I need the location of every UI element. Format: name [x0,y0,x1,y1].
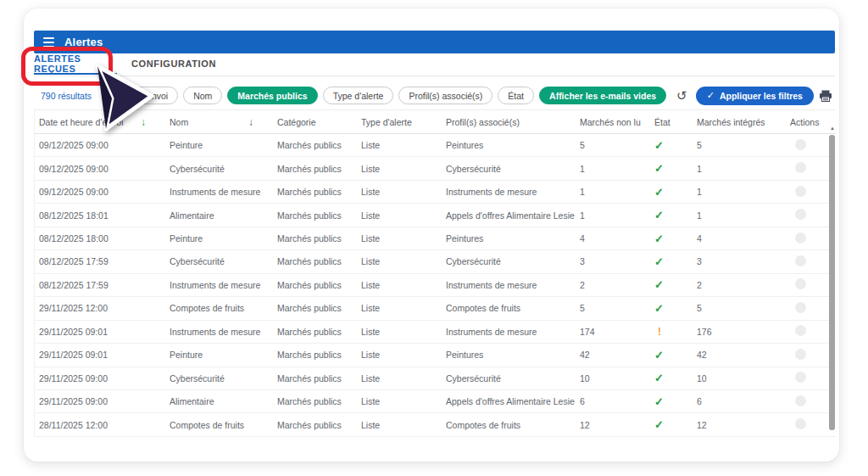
view-eye-icon[interactable] [795,209,806,220]
view-eye-icon[interactable] [795,418,806,429]
table-row: 29/11/2025 09:00AlimentaireMarchés publi… [34,390,836,413]
cell-profils: Instruments de mesure [441,187,575,197]
tab-alertes-recues[interactable]: ALERTES REÇUES [34,53,117,75]
cell-profils: Peintures [441,350,575,360]
cell-type: Liste [356,396,441,406]
filter-chip-afficher-les-e-mails-vides[interactable]: Afficher les e-mails vides [539,87,666,104]
scrollbar[interactable]: ▲ [829,126,836,438]
status-check-icon: ✓ [654,349,664,361]
status-check-icon: ✓ [654,418,664,431]
cell-date: 08/12/2025 17:59 [34,280,164,290]
cell-non_lu: 5 [575,303,649,313]
cell-non_lu: 42 [575,350,649,360]
cell-status: ✓ [649,418,692,431]
cell-actions [785,186,836,199]
table-row: 28/11/2025 12:00Compotes de fruitsMarché… [34,413,836,436]
cell-date: 09/12/2025 09:00 [34,140,164,150]
app-header: Alertes [34,31,835,53]
cell-profils: Compotes de fruits [441,420,575,430]
menu-icon[interactable] [43,37,54,48]
cell-nom: Cybersécurité [164,164,272,174]
cell-profils: Compotes de fruits [441,303,575,313]
view-eye-icon[interactable] [795,255,806,266]
view-eye-icon[interactable] [795,278,806,289]
sort-arrow-down-icon[interactable]: ↓ [248,116,253,128]
table-row: 29/11/2025 09:00CybersécuritéMarchés pub… [34,367,836,390]
view-eye-icon[interactable] [795,139,806,150]
filter-chip-nom[interactable]: Nom [183,87,222,104]
cell-actions [785,139,836,152]
apply-filters-button[interactable]: ✓ Appliquer les filtres [696,87,814,105]
cell-actions [785,302,836,315]
active-tab-underline [34,73,117,75]
cell-type: Liste [356,280,441,290]
table-header-row: Date et heure d'envoi↓Nom↓CatégorieType … [34,110,836,134]
view-eye-icon[interactable] [795,349,806,360]
column-label: Nom [170,117,188,127]
view-eye-icon[interactable] [795,372,806,383]
cell-integres: 176 [692,327,785,337]
cell-nom: Instruments de mesure [164,327,272,337]
cell-integres: 10 [692,373,785,384]
tab-configuration[interactable]: CONFIGURATION [124,53,224,75]
scrollbar-thumb[interactable] [829,135,835,430]
cell-actions [785,209,836,221]
filter-chip-marches-publics[interactable]: Marchés publics [227,87,317,104]
results-count: 790 résultats [41,91,92,101]
cell-actions [785,349,836,361]
cell-nom: Compotes de fruits [164,303,272,313]
cell-date: 29/11/2025 12:00 [34,303,164,313]
filter-chip-date-d-envoi[interactable]: Date d'envoi [108,87,178,104]
cell-integres: 4 [692,233,785,244]
view-eye-icon[interactable] [795,325,806,336]
cell-non_lu: 6 [575,396,649,406]
cell-status: ✓ [649,209,692,221]
cell-profils: Appels d'offres Alimentaire Lesieur [441,210,575,221]
cell-date: 29/11/2025 09:01 [34,350,164,360]
cell-type: Liste [356,187,441,197]
column-header-marches-non-lu: Marchés non lu [575,117,649,127]
cell-nom: Cybersécurité [164,256,272,266]
view-eye-icon[interactable] [795,395,806,406]
view-eye-icon[interactable] [795,232,806,244]
cell-non_lu: 10 [575,373,649,384]
table-row: 09/12/2025 09:00CybersécuritéMarchés pub… [34,157,836,180]
table-row: 29/11/2025 12:00Compotes de fruitsMarché… [34,297,836,320]
sort-arrow-down-icon[interactable]: ↓ [141,116,146,128]
cell-integres: 5 [692,140,785,150]
column-header-categorie: Catégorie [272,117,356,127]
table-row: 08/12/2025 17:59CybersécuritéMarchés pub… [34,250,836,273]
table-body: 09/12/2025 09:00PeintureMarchés publicsL… [34,134,836,437]
view-eye-icon[interactable] [795,186,806,197]
cell-type: Liste [356,210,441,221]
column-header-nom[interactable]: Nom↓ [164,116,272,128]
scrollbar-up-arrow[interactable]: ▲ [829,126,836,131]
column-label: État [654,117,670,127]
table-row: 08/12/2025 18:00PeintureMarchés publicsL… [34,227,836,250]
column-header-date-et-heure-d-envoi[interactable]: Date et heure d'envoi↓ [34,116,164,128]
column-header-type-d-alerte: Type d'alerte [356,117,441,127]
status-check-icon: ✓ [654,162,664,175]
filter-chip-profil-s-associe-s[interactable]: Profil(s) associé(s) [398,87,492,104]
filter-chip-type-d-alerte[interactable]: Type d'alerte [323,87,394,104]
refresh-icon[interactable]: ↺ [676,89,687,102]
cell-categorie: Marchés publics [272,140,356,150]
cell-integres: 42 [692,350,785,360]
column-header-etat: État [649,117,692,127]
status-check-icon: ✓ [654,209,664,221]
filter-chip-etat[interactable]: État [498,87,534,104]
cell-non_lu: 1 [575,187,649,197]
cell-non_lu: 174 [575,327,649,337]
cell-date: 08/12/2025 18:01 [34,210,164,221]
printer-icon[interactable] [819,90,832,102]
cell-categorie: Marchés publics [272,420,356,430]
view-eye-icon[interactable] [795,302,806,313]
cell-type: Liste [356,303,441,313]
cell-actions [785,395,836,408]
column-label: Marchés non lu [580,117,641,127]
cell-profils: Cybersécurité [441,164,575,174]
view-eye-icon[interactable] [795,162,806,173]
cell-non_lu: 3 [575,256,649,266]
column-label: Profil(s) associé(s) [446,117,520,127]
status-check-icon: ✓ [654,302,664,315]
